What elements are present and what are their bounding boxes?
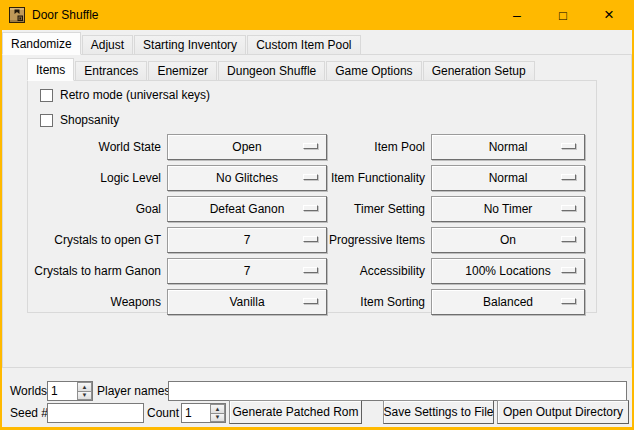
accessibility-label: Accessibility: [327, 264, 425, 278]
weapons-label: Weapons: [28, 295, 161, 309]
world-state-label: World State: [28, 140, 161, 154]
dropdown-indicator-icon: [561, 174, 576, 180]
count-spin-up-icon[interactable]: ▲: [210, 404, 225, 414]
dropdown-indicator-icon: [303, 174, 318, 180]
item-pool-dropdown[interactable]: Normal: [431, 134, 585, 160]
dropdown-indicator-icon: [303, 236, 318, 242]
subtab-enemizer[interactable]: Enemizer: [148, 61, 217, 81]
dropdown-indicator-icon: [303, 143, 318, 149]
door-icon: [9, 7, 25, 23]
items-pane: Retro mode (universal keys) Shopsanity W…: [27, 80, 597, 313]
count-spin-down-icon[interactable]: ▼: [210, 414, 225, 423]
seed-input[interactable]: [47, 403, 144, 423]
logic-level-value: No Glitches: [216, 171, 278, 185]
retro-mode-checkbox-icon[interactable]: [40, 89, 53, 102]
subtab-game-options[interactable]: Game Options: [326, 61, 421, 81]
progressive-items-label: Progressive Items: [327, 233, 425, 247]
dropdown-indicator-icon: [561, 267, 576, 273]
subtab-entrances[interactable]: Entrances: [75, 61, 147, 81]
dropdown-indicator-icon: [561, 236, 576, 242]
worlds-label: Worlds: [10, 384, 47, 398]
option-row: Goal Defeat Ganon Timer Setting No Timer: [28, 196, 596, 222]
item-sorting-label: Item Sorting: [327, 295, 425, 309]
crystals-ganon-dropdown[interactable]: 7: [167, 258, 327, 284]
shopsanity-checkbox-icon[interactable]: [40, 114, 53, 127]
option-row: World State Open Item Pool Normal: [28, 134, 596, 160]
progressive-items-dropdown[interactable]: On: [431, 227, 585, 253]
option-row: Crystals to open GT 7 Progressive Items …: [28, 227, 596, 253]
player-names-label: Player names: [97, 384, 170, 398]
dropdown-indicator-icon: [303, 205, 318, 211]
seed-label: Seed #: [10, 406, 48, 420]
worlds-spinner[interactable]: ▲ ▼: [47, 381, 93, 401]
option-rows: World State Open Item Pool Normal Logic …: [28, 134, 596, 315]
close-button[interactable]: ×: [586, 0, 632, 30]
item-functionality-label: Item Functionality: [327, 171, 425, 185]
tab-starting-inventory[interactable]: Starting Inventory: [134, 35, 246, 55]
goal-label: Goal: [28, 202, 161, 216]
crystals-ganon-value: 7: [244, 264, 251, 278]
option-row: Logic Level No Glitches Item Functionali…: [28, 165, 596, 191]
crystals-gt-label: Crystals to open GT: [28, 233, 161, 247]
crystals-ganon-label: Crystals to harm Ganon: [28, 264, 161, 278]
dropdown-indicator-icon: [561, 298, 576, 304]
world-state-value: Open: [232, 140, 261, 154]
main-tabs: Randomize Adjust Starting Inventory Cust…: [2, 32, 362, 55]
option-row: Weapons Vanilla Item Sorting Balanced: [28, 289, 596, 315]
player-names-input[interactable]: [168, 381, 627, 401]
retro-mode-label: Retro mode (universal keys): [60, 88, 210, 102]
minimize-button[interactable]: –: [494, 0, 540, 30]
option-row: Crystals to harm Ganon 7 Accessibility 1…: [28, 258, 596, 284]
progressive-items-value: On: [500, 233, 516, 247]
window-controls: – □ ×: [494, 0, 632, 30]
worlds-input[interactable]: [48, 382, 77, 400]
item-functionality-value: Normal: [489, 171, 528, 185]
dropdown-indicator-icon: [303, 298, 318, 304]
window-title: Door Shuffle: [32, 8, 99, 22]
count-label: Count: [147, 406, 179, 420]
logic-level-dropdown[interactable]: No Glitches: [167, 165, 327, 191]
dropdown-indicator-icon: [303, 267, 318, 273]
tab-adjust[interactable]: Adjust: [82, 35, 133, 55]
tab-randomize[interactable]: Randomize: [2, 32, 81, 55]
accessibility-dropdown[interactable]: 100% Locations: [431, 258, 585, 284]
checkbox-shopsanity[interactable]: Shopsanity: [40, 113, 119, 127]
timer-setting-dropdown[interactable]: No Timer: [431, 196, 585, 222]
crystals-gt-value: 7: [244, 233, 251, 247]
door-shuffle-window: Door Shuffle – □ × Randomize Adjust Star…: [0, 0, 634, 430]
count-spinner[interactable]: ▲ ▼: [181, 403, 226, 423]
world-state-dropdown[interactable]: Open: [167, 134, 327, 160]
subtab-generation-setup[interactable]: Generation Setup: [423, 61, 535, 81]
checkbox-retro-mode[interactable]: Retro mode (universal keys): [40, 88, 210, 102]
dropdown-indicator-icon: [561, 205, 576, 211]
sub-tabs: Items Entrances Enemizer Dungeon Shuffle…: [27, 58, 536, 81]
worlds-spin-up-icon[interactable]: ▲: [77, 382, 92, 392]
subtab-dungeon-shuffle[interactable]: Dungeon Shuffle: [218, 61, 325, 81]
dropdown-indicator-icon: [561, 143, 576, 149]
timer-setting-label: Timer Setting: [327, 202, 425, 216]
open-output-directory-button[interactable]: Open Output Directory: [497, 400, 629, 424]
item-functionality-dropdown[interactable]: Normal: [431, 165, 585, 191]
goal-value: Defeat Ganon: [210, 202, 285, 216]
weapons-value: Vanilla: [229, 295, 264, 309]
save-settings-button[interactable]: Save Settings to File: [383, 400, 494, 424]
item-pool-label: Item Pool: [327, 140, 425, 154]
subtab-items[interactable]: Items: [27, 58, 74, 81]
accessibility-value: 100% Locations: [465, 264, 550, 278]
tab-custom-item-pool[interactable]: Custom Item Pool: [247, 35, 360, 55]
item-pool-value: Normal: [489, 140, 528, 154]
goal-dropdown[interactable]: Defeat Ganon: [167, 196, 327, 222]
crystals-gt-dropdown[interactable]: 7: [167, 227, 327, 253]
item-sorting-dropdown[interactable]: Balanced: [431, 289, 585, 315]
titlebar[interactable]: Door Shuffle – □ ×: [2, 0, 632, 30]
shopsanity-label: Shopsanity: [60, 113, 119, 127]
worlds-spin-down-icon[interactable]: ▼: [77, 392, 92, 401]
logic-level-label: Logic Level: [28, 171, 161, 185]
item-sorting-value: Balanced: [483, 295, 533, 309]
timer-setting-value: No Timer: [484, 202, 533, 216]
count-input[interactable]: [182, 404, 210, 422]
weapons-dropdown[interactable]: Vanilla: [167, 289, 327, 315]
maximize-button[interactable]: □: [540, 0, 586, 30]
generate-patched-rom-button[interactable]: Generate Patched Rom: [229, 400, 362, 424]
